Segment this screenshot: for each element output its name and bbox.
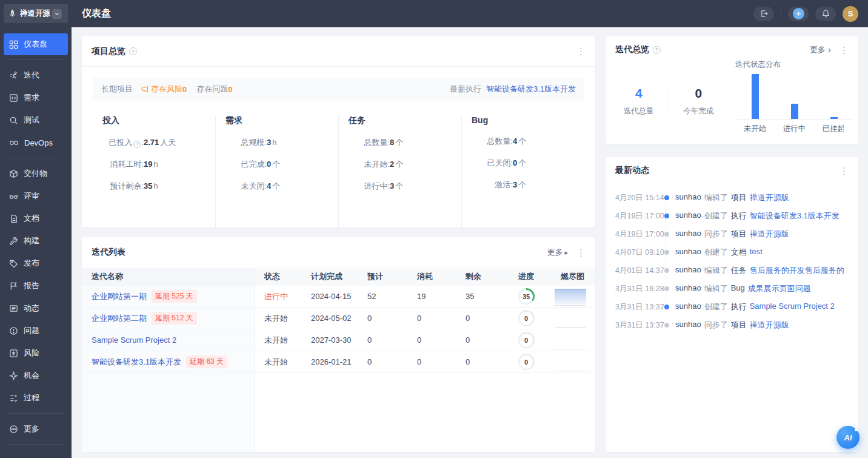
iteration-row[interactable]: 智能设备研发3.1版本开发 延期 63 天 未开始 2026-01-21 0 0…: [82, 351, 595, 373]
latest-exec-link[interactable]: 智能设备研发3.1版本开发: [486, 84, 576, 95]
stat-row: 进行中3个: [349, 181, 461, 192]
create-button[interactable]: [788, 7, 809, 21]
kebab-menu[interactable]: [576, 47, 586, 56]
kebab-menu[interactable]: [840, 166, 849, 175]
iteration-row[interactable]: 企业网站第一期 延期 525 天 进行中 2024-04-15 52 19 35…: [82, 286, 595, 308]
feed-time: 4月07日 09:10: [615, 248, 662, 258]
workspace-name: 禅道开源: [20, 8, 50, 19]
chart-title: 迭代状态分布: [735, 59, 853, 70]
feed-object-link[interactable]: 成果展示页面问题: [748, 283, 811, 294]
feed-time: 4月20日 15:14: [615, 193, 662, 203]
sidebar-item-dynamic[interactable]: 动态: [0, 297, 72, 319]
sidebar-item-deliverable[interactable]: 交付物: [0, 163, 72, 184]
due-date: 2024-05-02: [301, 314, 358, 323]
status-bar: [814, 75, 853, 119]
feed-time: 4月19日 17:00: [615, 211, 662, 221]
dashboard-icon: [9, 40, 18, 49]
feed-time: 3月31日 13:37: [615, 320, 662, 331]
sidebar-item-release[interactable]: 发布: [0, 252, 72, 274]
feed-item: 4月19日 17:00 sunhao 同步了 项目 禅道开源版: [615, 225, 850, 243]
status-bar-label: 进行中: [775, 124, 814, 134]
sidebar-item-review[interactable]: 评审: [0, 185, 72, 207]
feed-dot: [664, 232, 669, 237]
export-button[interactable]: [753, 7, 774, 21]
feed-user: sunhao: [675, 192, 701, 203]
iteration-overview-title: 迭代总览: [615, 44, 649, 55]
feed-object-type: 执行: [731, 301, 747, 312]
stat-row: 未开始2个: [349, 159, 461, 170]
feed-object-link[interactable]: 禅道开源版: [750, 320, 789, 331]
page-title: 仪表盘: [82, 7, 111, 20]
estimate-hours: 0: [358, 314, 407, 323]
iteration-link[interactable]: Sample Scrum Project 2: [92, 335, 176, 345]
feed-user: sunhao: [675, 283, 701, 294]
consumed-hours: 0: [407, 357, 456, 366]
export-icon: [760, 9, 769, 18]
feed-action: 编辑了: [704, 265, 728, 276]
help-icon[interactable]: [133, 141, 141, 148]
risk-icon: [9, 349, 18, 358]
megaphone-icon: [141, 85, 149, 93]
sidebar-item-process[interactable]: 过程: [0, 387, 72, 409]
main-content: 项目总览 长期项目 存在风险0 存在问题0 最新执行 智能设备研发3.1版本开发: [72, 27, 868, 458]
sidebar-item-issue[interactable]: 问题: [0, 320, 72, 342]
feed-user: sunhao: [675, 265, 701, 276]
sidebar-item-doc[interactable]: 文档: [0, 207, 72, 229]
kebab-menu[interactable]: [840, 45, 849, 55]
project-overview-panel: 项目总览 长期项目 存在风险0 存在问题0 最新执行 智能设备研发3.1版本开发: [82, 36, 595, 227]
activity-feed-panel: 最新动态 4月20日 15:14 sunhao 编辑了 项目 禅道开源版: [606, 157, 858, 452]
sidebar-item-build[interactable]: 构建: [0, 230, 72, 252]
notifications-button[interactable]: [815, 7, 836, 21]
stat-row: 消耗工时19h: [102, 159, 215, 170]
help-icon[interactable]: [129, 47, 137, 55]
sidebar-divider: [8, 59, 64, 60]
sidebar-item-test[interactable]: 测试: [0, 109, 72, 131]
sidebar-item-story[interactable]: 需求: [0, 87, 72, 109]
feed-item: 4月01日 14:37 sunhao 编辑了 任务 售后服务的开发售后服务的: [615, 261, 850, 280]
iteration-row[interactable]: Sample Scrum Project 2 未开始 2027-03-30 0 …: [82, 329, 595, 351]
burndown-chart: [555, 289, 586, 306]
feed-item: 3月31日 13:37 sunhao 同步了 项目 禅道开源版: [615, 316, 850, 334]
sidebar-item-dashboard[interactable]: 仪表盘: [4, 33, 68, 55]
feed-object-link[interactable]: test: [750, 247, 763, 258]
workspace-switcher[interactable]: 禅道开源: [4, 4, 68, 23]
more-link[interactable]: 更多: [810, 44, 831, 55]
newspaper-icon: [9, 304, 18, 313]
sidebar-item-report[interactable]: 报告: [0, 275, 72, 297]
feed-object-link[interactable]: 禅道开源版: [750, 229, 789, 240]
sidebar-item-more[interactable]: 更多: [0, 418, 72, 440]
avatar[interactable]: S: [843, 6, 858, 22]
help-icon[interactable]: [653, 46, 661, 54]
feed-object-link[interactable]: 禅道开源版: [750, 192, 789, 203]
status-bar: [735, 75, 775, 119]
stat-done-this-year: 0 今年完成: [669, 86, 729, 116]
iteration-link[interactable]: 企业网站第二期: [92, 313, 147, 324]
sidebar-item-devops[interactable]: DevOps: [0, 132, 72, 153]
feed-object-type: 项目: [731, 229, 747, 240]
sidebar-item-opportunity[interactable]: 机会: [0, 365, 72, 386]
chevron-down-icon[interactable]: [52, 9, 62, 19]
sidebar-divider: [8, 158, 64, 158]
kebab-menu[interactable]: [576, 248, 586, 257]
sidebar-item-sprint[interactable]: 迭代: [0, 64, 72, 86]
feed-object-link[interactable]: 售后服务的开发售后服务的: [750, 265, 844, 276]
sidebar-divider: [8, 444, 64, 445]
iteration-link[interactable]: 智能设备研发3.1版本开发: [92, 357, 181, 368]
feed-object-link[interactable]: 智能设备研发3.1版本开发: [750, 210, 840, 221]
feed-object-link[interactable]: Sample Scrum Project 2: [750, 301, 835, 312]
status-text: 未开始: [264, 357, 288, 368]
topbar: 禅道开源 仪表盘 S: [0, 0, 868, 27]
feed-user: sunhao: [675, 229, 701, 240]
ai-assistant-button[interactable]: AI: [836, 426, 860, 449]
iteration-row[interactable]: 企业网站第二期 延期 512 天 未开始 2024-05-02 0 0 0 0: [82, 308, 595, 329]
stat-group-task: 任务 总数量8个 未开始2个 进: [338, 115, 461, 227]
sidebar-item-risk[interactable]: 风险: [0, 342, 72, 364]
left-hours: 35: [456, 292, 506, 301]
estimate-hours: 0: [358, 357, 407, 366]
more-link[interactable]: 更多: [547, 247, 568, 258]
due-date: 2024-04-15: [301, 292, 358, 301]
iteration-link[interactable]: 企业网站第一期: [92, 291, 147, 302]
stat-group-invest: 投入 已投入2.71人天 消耗工时19h: [93, 115, 215, 227]
sidebar-divider: [8, 413, 64, 414]
stat-row: 已投入2.71人天: [102, 137, 215, 148]
